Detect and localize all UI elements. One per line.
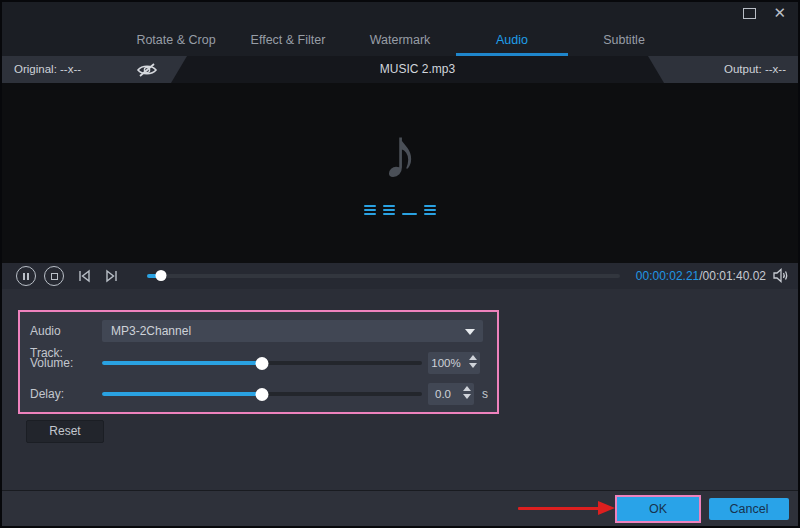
delay-decrement-icon[interactable] [463,394,471,399]
tab-effect-filter[interactable]: Effect & Filter [232,28,344,56]
volume-icon[interactable] [772,268,790,283]
tab-audio[interactable]: Audio [456,28,568,56]
seek-slider[interactable] [147,274,620,278]
delay-label: Delay: [30,383,92,405]
cancel-button[interactable]: Cancel [709,498,789,520]
titlebar: ✕ Rotate & Crop Effect & Filter Watermar… [2,2,798,56]
ok-button[interactable]: OK [617,497,699,521]
volume-slider[interactable] [102,361,422,365]
preview-area: ♪ [2,83,798,263]
delay-unit: s [482,383,488,405]
previous-frame-icon[interactable] [76,268,92,284]
tab-bar: Rotate & Crop Effect & Filter Watermark … [117,28,683,56]
player-bar: 00:00:02.21/00:01:40.02 [2,263,798,289]
player-buttons [16,266,120,286]
total-time: 00:01:40.02 [703,269,766,283]
stop-icon[interactable] [44,266,64,286]
output-label: Output: --x-- [724,56,786,83]
delay-slider-thumb[interactable] [256,388,269,401]
audio-settings-panel-highlight: Audio Track: MP3-2Channel Volume: 100% [18,310,499,414]
footer-bar: OK Cancel [2,490,798,526]
close-icon[interactable]: ✕ [773,4,786,22]
media-info-bar: Original: --x-- MUSIC 2.mp3 Output: --x-… [2,56,798,83]
time-display: 00:00:02.21/00:01:40.02 [636,263,766,289]
current-time: 00:00:02.21 [636,269,699,283]
delay-slider[interactable] [102,392,422,396]
audio-edit-dialog: ✕ Rotate & Crop Effect & Filter Watermar… [0,0,800,528]
annotation-arrow-head [598,501,615,515]
delay-increment-icon[interactable] [463,386,471,391]
volume-slider-fill [102,361,262,365]
audio-track-select[interactable]: MP3-2Channel [102,320,483,342]
tab-watermark[interactable]: Watermark [344,28,456,56]
pause-icon[interactable] [16,266,36,286]
delay-spinner[interactable]: 0.0 [428,383,474,405]
ok-button-highlight: OK [615,495,701,523]
delay-value: 0.0 [428,383,458,405]
volume-value: 100% [428,352,464,374]
annotation-arrow [518,507,600,510]
reset-button[interactable]: Reset [26,420,104,443]
chevron-down-icon [465,329,475,335]
audio-track-value: MP3-2Channel [111,320,191,342]
delay-row: Delay: 0.0 s [30,383,483,405]
volume-row: Volume: 100% [30,352,483,374]
volume-label: Volume: [30,352,92,374]
media-title: MUSIC 2.mp3 [192,56,643,83]
equalizer-icon [2,203,798,215]
audio-track-row: Audio Track: MP3-2Channel [30,320,483,342]
tab-rotate-crop[interactable]: Rotate & Crop [120,28,232,56]
original-segment: Original: --x-- [2,56,187,83]
eye-off-icon[interactable] [134,60,160,79]
settings-area: Audio Track: MP3-2Channel Volume: 100% [2,289,798,490]
delay-slider-fill [102,392,262,396]
volume-spinner[interactable]: 100% [428,352,480,374]
volume-slider-thumb[interactable] [256,357,269,370]
maximize-icon[interactable] [743,8,756,19]
music-note-icon: ♪ [2,113,798,193]
seek-slider-thumb[interactable] [156,270,167,281]
tab-subtitle[interactable]: Subtitle [568,28,680,56]
next-frame-icon[interactable] [104,268,120,284]
volume-decrement-icon[interactable] [469,363,477,368]
original-label: Original: --x-- [14,56,81,83]
volume-increment-icon[interactable] [469,355,477,360]
output-segment: Output: --x-- [648,56,798,83]
